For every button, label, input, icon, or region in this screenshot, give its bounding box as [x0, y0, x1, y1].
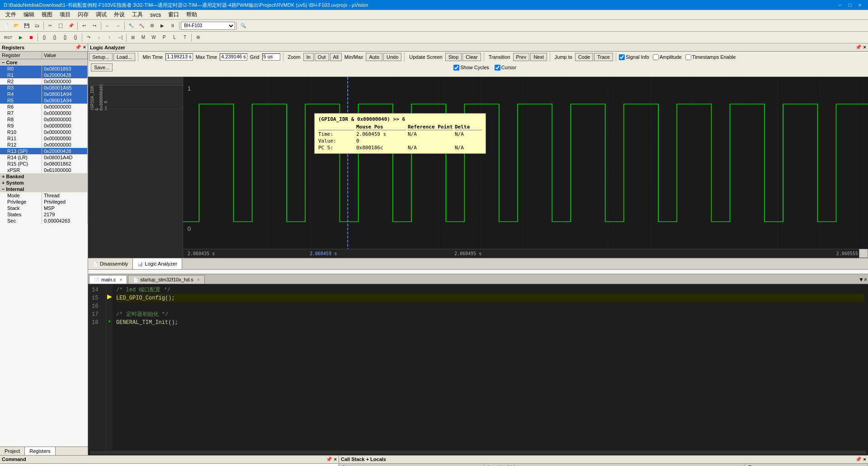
reg-row-r6[interactable]: R6 0x00000000 — [0, 104, 88, 110]
brace1-btn[interactable]: {} — [39, 33, 49, 42]
reg-row-r5[interactable]: R5 0x08001A94 — [0, 97, 88, 104]
waveform-area[interactable]: 1 0 — [183, 77, 868, 258]
reg-row-r10[interactable]: R10 0x00000000 — [0, 129, 88, 135]
paste-btn[interactable]: 📌 — [66, 21, 76, 30]
menu-item-窗口[interactable]: 窗口 — [165, 10, 183, 19]
la-cursor-cb[interactable] — [495, 65, 500, 71]
build4-btn[interactable]: ▶ — [157, 21, 167, 30]
la-zoom-in-btn[interactable]: In — [303, 53, 314, 61]
panel-tab-registers[interactable]: Registers — [25, 447, 55, 455]
group-banked[interactable]: + Banked — [0, 173, 88, 180]
menu-item-项目[interactable]: 项目 — [56, 10, 74, 19]
la-zoom-all-btn[interactable]: All — [330, 53, 342, 61]
group-internal[interactable]: − Internal — [0, 186, 88, 192]
menu-item-视图[interactable]: 视图 — [38, 10, 56, 19]
reg-row-r9[interactable]: R9 0x00000000 — [0, 123, 88, 129]
mem-win[interactable]: M — [138, 33, 148, 42]
build5-btn[interactable]: ⏸ — [168, 21, 178, 30]
rst-btn[interactable]: RST — [1, 33, 15, 42]
cs-pin[interactable]: 📌 — [855, 456, 862, 462]
copy-btn[interactable]: 📋 — [56, 21, 66, 30]
reg-row-r13--sp-[interactable]: R13 (SP) 0x20000428 — [0, 148, 88, 154]
command-close[interactable]: × — [334, 456, 337, 462]
la-setup-btn[interactable]: Setup... — [89, 53, 113, 61]
run-btn[interactable]: ▶ — [16, 33, 26, 42]
group-system[interactable]: + System — [0, 180, 88, 186]
tab-logic-analyzer[interactable]: 📊 Logic Analyzer — [133, 258, 182, 269]
reg-row-r12[interactable]: R12 0x00000000 — [0, 142, 88, 148]
la-showcycles-cb[interactable] — [453, 65, 459, 71]
reg-row-r8[interactable]: R8 0x00000000 — [0, 116, 88, 123]
reg-row-r14--lr-[interactable]: R14 (LR) 0x08001A4D — [0, 154, 88, 161]
step-out[interactable]: ↑ — [104, 33, 114, 42]
la-amplitude-label[interactable]: Amplitude — [653, 54, 682, 60]
brace3-btn[interactable]: {} — [60, 33, 70, 42]
brace4-btn[interactable]: {} — [71, 33, 80, 42]
build3-btn[interactable]: ⚙ — [147, 21, 157, 30]
close-startup-tab[interactable]: × — [197, 277, 200, 282]
watch-win[interactable]: W — [149, 33, 159, 42]
cs-close[interactable]: × — [863, 456, 866, 462]
editor-float-btn[interactable]: × — [864, 275, 867, 284]
trace-win[interactable]: T — [180, 33, 190, 42]
cmd-win[interactable]: ⊞ — [128, 33, 138, 42]
la-close-icon[interactable]: × — [863, 44, 866, 50]
menu-item-帮助[interactable]: 帮助 — [183, 10, 201, 19]
la-timestamps-cb[interactable] — [685, 54, 691, 60]
reg-row-r3[interactable]: R3 0x08001A65 — [0, 85, 88, 91]
reg-row-r1[interactable]: R1 0x20000428 — [0, 72, 88, 78]
reg-row-r7[interactable]: R7 0x00000000 — [0, 110, 88, 116]
step-over[interactable]: ↷ — [84, 33, 94, 42]
close-main-tab[interactable]: × — [119, 277, 122, 282]
reg-row-xpsr[interactable]: xPSR 0x61000000 — [0, 167, 88, 173]
la-next-btn[interactable]: Next — [530, 53, 547, 61]
la-amplitude-cb[interactable] — [653, 54, 659, 60]
command-pin[interactable]: 📌 — [326, 456, 332, 462]
menu-item-调试[interactable]: 调试 — [92, 10, 110, 19]
la-timestamps-label[interactable]: Timestamps Enable — [685, 54, 736, 60]
la-cursor-label[interactable]: Cursor — [495, 65, 516, 71]
maximize-button[interactable]: □ — [845, 1, 854, 9]
registers-close-icon[interactable]: × — [83, 44, 86, 50]
code-hscrollbar[interactable] — [88, 450, 868, 455]
code-content[interactable]: /* led 端口配置 */ LED_GPIO_Config(); /* 定时器… — [113, 284, 868, 450]
la-zoom-out-btn[interactable]: Out — [315, 53, 329, 61]
undo-btn[interactable]: ↩ — [79, 21, 89, 30]
la-undo-btn[interactable]: Undo — [383, 53, 401, 61]
menu-item-文件[interactable]: 文件 — [2, 10, 20, 19]
la-pin-icon[interactable]: 📌 — [855, 44, 862, 50]
reg-row-r0[interactable]: R0 0x08001863 — [0, 66, 88, 72]
la-showcycles-label[interactable]: Show Cycles — [453, 65, 489, 71]
la-signalinfo-cb[interactable] — [619, 54, 625, 60]
close-button[interactable]: × — [855, 1, 864, 9]
reg-row-r15--pc-[interactable]: R15 (PC) 0x08001862 — [0, 161, 88, 167]
registers-content[interactable]: Register Value − Core R0 0x08001863R1 0x… — [0, 52, 88, 447]
extra-btn[interactable]: ⚙ — [193, 33, 203, 42]
brace2-btn[interactable]: {} — [50, 33, 60, 42]
redo-btn[interactable]: ↪ — [90, 21, 99, 30]
menu-item-外设[interactable]: 外设 — [110, 10, 128, 19]
new-btn[interactable]: 📄 — [1, 21, 11, 30]
la-load-btn[interactable]: Load... — [113, 53, 135, 61]
reg-row-r11[interactable]: R11 0x00000000 — [0, 135, 88, 142]
menu-item-工具[interactable]: 工具 — [128, 10, 146, 19]
logic-win[interactable]: L — [170, 33, 179, 42]
fwd-btn[interactable]: → — [113, 21, 123, 30]
file-tab-startup[interactable]: 📄 startup_stm32f10x_hd.s × — [128, 275, 204, 284]
step-in[interactable]: ↓ — [94, 33, 104, 42]
la-save-btn[interactable]: Save... — [91, 63, 113, 71]
menu-item-闪存[interactable]: 闪存 — [74, 10, 92, 19]
perf-win[interactable]: P — [159, 33, 169, 42]
save-btn[interactable]: 💾 — [22, 21, 32, 30]
file-tab-main[interactable]: 📄 main.c × — [89, 275, 127, 284]
build1-btn[interactable]: 🔧 — [126, 21, 136, 30]
open-btn[interactable]: 📂 — [11, 21, 21, 30]
reg-row-r4[interactable]: R4 0x08001A94 — [0, 91, 88, 97]
save-all-btn[interactable]: 🗂 — [32, 21, 42, 30]
la-clear-btn[interactable]: Clear — [462, 53, 481, 61]
reg-row-r2[interactable]: R2 0x00000000 — [0, 78, 88, 85]
panel-tab-project[interactable]: Project — [0, 447, 25, 455]
target-select[interactable]: BH-F103 — [181, 22, 235, 30]
pin-icon[interactable]: 📌 — [75, 44, 81, 50]
la-trace-btn[interactable]: Trace — [594, 53, 613, 61]
